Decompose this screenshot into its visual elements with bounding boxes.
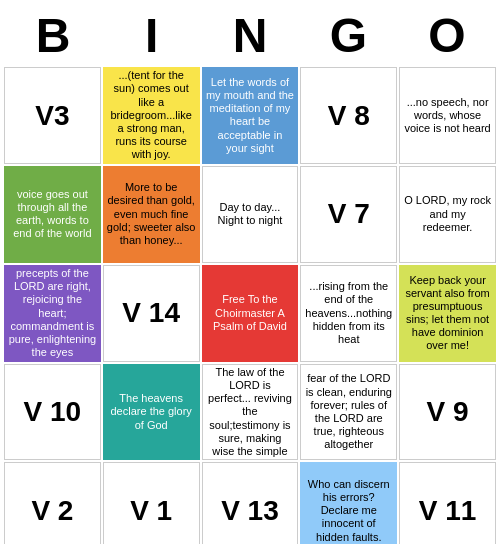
bingo-cell-9: O LORD, my rock and my redeemer. [399,166,496,263]
bingo-cell-3: V 8 [300,67,397,164]
bingo-cell-23: Who can discern his errors? Declare me i… [300,462,397,544]
bingo-cell-20: V 2 [4,462,101,544]
bingo-cell-12: Free To the Choirmaster A Psalm of David [202,265,299,362]
header-letter: B [4,4,102,67]
bingo-cell-0: V3 [4,67,101,164]
bingo-cell-19: V 9 [399,364,496,461]
bingo-card: BINGO V3...(tent for the sun) comes out … [0,0,500,544]
bingo-cell-1: ...(tent for the sun) comes out like a b… [103,67,200,164]
bingo-cell-2: Let the words of my mouth and the medita… [202,67,299,164]
bingo-cell-8: V 7 [300,166,397,263]
bingo-cell-15: V 10 [4,364,101,461]
bingo-cell-13: ...rising from the end of the heavens...… [300,265,397,362]
bingo-cell-16: The heavens declare the glory of God [103,364,200,461]
bingo-cell-24: V 11 [399,462,496,544]
bingo-cell-18: fear of the LORD is clean, enduring fore… [300,364,397,461]
header-letter: G [299,4,397,67]
bingo-cell-21: V 1 [103,462,200,544]
bingo-cell-17: The law of the LORD is perfect... revivi… [202,364,299,461]
bingo-cell-10: precepts of the LORD are right, rejoicin… [4,265,101,362]
bingo-cell-11: V 14 [103,265,200,362]
bingo-header: BINGO [4,4,496,67]
header-letter: I [102,4,200,67]
bingo-cell-5: voice goes out through all the earth, wo… [4,166,101,263]
bingo-cell-22: V 13 [202,462,299,544]
bingo-grid: V3...(tent for the sun) comes out like a… [4,67,496,544]
header-letter: O [398,4,496,67]
bingo-cell-4: ...no speech, nor words, whose voice is … [399,67,496,164]
header-letter: N [201,4,299,67]
bingo-cell-14: Keep back your servant also from presump… [399,265,496,362]
bingo-cell-6: More to be desired than gold, even much … [103,166,200,263]
bingo-cell-7: Day to day... Night to night [202,166,299,263]
